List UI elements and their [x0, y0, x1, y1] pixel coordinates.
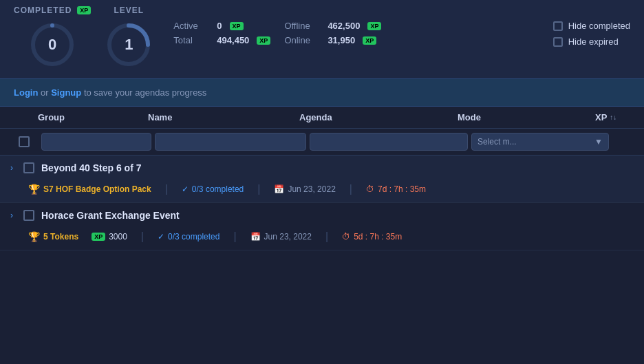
row1-trophy-icon: 🏆 — [28, 184, 40, 195]
row2-completed-text: 0/3 completed — [168, 232, 219, 242]
offline-value: 462,500 — [328, 21, 360, 31]
row2-trophy-icon: 🏆 — [28, 231, 40, 242]
row2-token-text: 5 Tokens — [43, 232, 78, 242]
row1-reward-label: S7 HOF Badge Option Pack — [43, 184, 151, 194]
row1-title: Beyond 40 Step 6 of 7 — [41, 162, 141, 173]
filter-row: Select m... ▼ — [0, 129, 644, 156]
row2-time: ⏱ 5d : 7h : 35m — [342, 232, 402, 242]
row1-check-icon: ✓ — [182, 184, 189, 194]
row2-checkbox[interactable] — [23, 210, 34, 221]
login-link[interactable]: Login — [14, 87, 38, 98]
row1-timer-icon: ⏱ — [366, 184, 374, 194]
login-banner: Login or Signup to save your agendas pro… — [0, 78, 644, 107]
row2-completed: ✓ 0/3 completed — [158, 232, 219, 242]
th-agenda: Agenda — [299, 112, 458, 122]
row1-calendar-icon: 📅 — [274, 184, 284, 194]
row1-reward: 🏆 S7 HOF Badge Option Pack — [28, 184, 151, 195]
online-xp-badge: XP — [363, 36, 376, 45]
hide-completed-checkbox[interactable] — [553, 21, 563, 31]
filter-group-input[interactable] — [41, 133, 151, 151]
stats-grid: Active 0 XP Offline 462,500 XP Total 494… — [173, 21, 381, 45]
online-label: Online — [284, 35, 322, 45]
hide-expired-label: Hide expired — [568, 36, 619, 47]
online-row: Online 31,950 XP — [284, 35, 381, 45]
hide-completed-row[interactable]: Hide completed — [553, 21, 630, 31]
row1-time-text: 7d : 7h : 35m — [378, 184, 426, 194]
level-section: LEVEL 1 — [105, 6, 153, 69]
hide-completed-label: Hide completed — [568, 21, 630, 31]
completed-label-row: COMPLETED XP — [14, 6, 91, 15]
th-name: Name — [148, 112, 299, 122]
total-value: 494,450 — [217, 35, 249, 45]
completed-value: 0 — [48, 36, 56, 54]
row2-date-text: Jun 23, 2022 — [264, 232, 312, 242]
offline-label: Offline — [284, 21, 322, 31]
login-text-after: to save your agendas progress — [84, 87, 207, 98]
row2-reward-token: 🏆 5 Tokens — [28, 231, 78, 242]
total-xp-badge: XP — [257, 36, 270, 45]
completed-section: COMPLETED XP 0 — [14, 6, 91, 69]
filter-name-input[interactable] — [155, 133, 306, 151]
row2-xp-badge: XP — [92, 233, 105, 241]
header-block: COMPLETED XP 0 LEVEL 1 — [0, 0, 644, 78]
filter-mode-select[interactable]: Select m... ▼ — [471, 133, 609, 151]
completed-label: COMPLETED — [14, 6, 72, 15]
row2-reward-xp: XP 3000 — [92, 232, 127, 242]
row2-xp-value: 3000 — [109, 232, 127, 242]
xp-sort-icon[interactable]: ↑↓ — [610, 114, 616, 121]
table-header: Group Name Agenda Mode XP ↑↓ — [0, 107, 644, 129]
row1-date: 📅 Jun 23, 2022 — [274, 184, 335, 194]
filter-mode-chevron: ▼ — [594, 137, 603, 147]
row1-main[interactable]: › Beyond 40 Step 6 of 7 — [0, 156, 644, 180]
row2-meta: 🏆 5 Tokens XP 3000 | ✓ 0/3 completed | 📅… — [0, 228, 644, 250]
level-gauge: 1 — [105, 21, 153, 69]
filter-select-all-checkbox[interactable] — [19, 136, 30, 147]
total-label: Total — [173, 35, 211, 45]
row1-meta: 🏆 S7 HOF Badge Option Pack | ✓ 0/3 compl… — [0, 180, 644, 202]
signup-link[interactable]: Signup — [51, 87, 81, 98]
completed-gauge: 0 — [28, 21, 76, 69]
table-section: Group Name Agenda Mode XP ↑↓ Select m...… — [0, 107, 644, 250]
row1-completed: ✓ 0/3 completed — [182, 184, 244, 194]
row1-expand-arrow[interactable]: › — [10, 163, 13, 173]
level-label: LEVEL — [114, 6, 144, 15]
row1-time: ⏱ 7d : 7h : 35m — [366, 184, 426, 194]
row2-calendar-icon: 📅 — [250, 232, 261, 242]
filter-agenda-input[interactable] — [310, 133, 468, 151]
th-xp: XP ↑↓ — [595, 112, 644, 122]
active-xp-badge: XP — [230, 22, 244, 30]
row2-date: 📅 Jun 23, 2022 — [250, 232, 312, 242]
th-empty — [10, 112, 38, 122]
total-row: Total 494,450 XP — [173, 35, 270, 45]
row2-main[interactable]: › Horace Grant Exchange Event — [0, 203, 644, 228]
hide-expired-row[interactable]: Hide expired — [553, 36, 630, 47]
th-mode: Mode — [458, 112, 595, 122]
th-group: Group — [38, 112, 148, 122]
online-value: 31,950 — [328, 35, 355, 45]
row2-timer-icon: ⏱ — [342, 232, 350, 242]
checkboxes-section: Hide completed Hide expired — [553, 21, 630, 47]
offline-row: Offline 462,500 XP — [284, 21, 381, 31]
level-value: 1 — [125, 36, 133, 54]
row1-completed-text: 0/3 completed — [192, 184, 244, 194]
row1-checkbox[interactable] — [23, 162, 34, 173]
level-label-row: LEVEL — [114, 6, 144, 15]
active-value: 0 — [217, 21, 222, 31]
active-label: Active — [173, 21, 211, 31]
header-top: COMPLETED XP 0 LEVEL 1 — [14, 6, 630, 69]
table-row: › Beyond 40 Step 6 of 7 🏆 S7 HOF Badge O… — [0, 156, 644, 203]
completed-xp-badge: XP — [77, 6, 91, 14]
login-or: or — [41, 87, 49, 98]
filter-mode-placeholder: Select m... — [477, 137, 517, 147]
table-row: › Horace Grant Exchange Event 🏆 5 Tokens… — [0, 203, 644, 250]
row2-check-icon: ✓ — [158, 232, 164, 242]
hide-expired-checkbox[interactable] — [553, 37, 563, 47]
row2-time-text: 5d : 7h : 35m — [354, 232, 402, 242]
row1-date-text: Jun 23, 2022 — [288, 184, 335, 194]
row2-expand-arrow[interactable]: › — [10, 211, 13, 220]
active-row: Active 0 XP — [173, 21, 270, 31]
row2-title: Horace Grant Exchange Event — [41, 210, 180, 221]
offline-xp-badge: XP — [367, 22, 381, 30]
